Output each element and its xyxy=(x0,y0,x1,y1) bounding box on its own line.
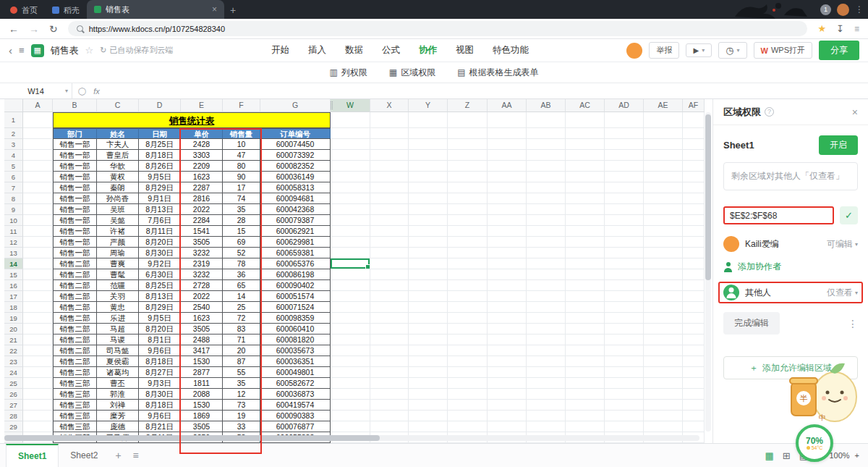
cell-G25[interactable]: 600582672 xyxy=(260,378,331,389)
row-header-14[interactable]: 14 xyxy=(4,258,23,269)
vertical-scrollbar[interactable] xyxy=(705,112,711,432)
cell-C23[interactable]: 夏侯霸 xyxy=(97,356,139,367)
present-button[interactable]: ▶▾ xyxy=(686,43,712,57)
cell[interactable] xyxy=(605,389,644,400)
cell[interactable] xyxy=(683,193,705,204)
cell[interactable] xyxy=(370,367,409,378)
sidebar-menu-icon[interactable]: ≡ xyxy=(854,24,859,34)
cell-E15[interactable]: 3232 xyxy=(181,269,223,280)
cell[interactable] xyxy=(331,367,370,378)
cell[interactable] xyxy=(409,269,448,280)
cell[interactable] xyxy=(527,215,566,226)
cell-G13[interactable]: 600659381 xyxy=(260,248,331,258)
cell[interactable] xyxy=(683,356,705,367)
cell[interactable] xyxy=(370,269,409,280)
cell[interactable] xyxy=(370,378,409,389)
header-cell-单价[interactable]: 单价 xyxy=(181,128,223,139)
cell-A15[interactable] xyxy=(23,269,53,280)
cell-G11[interactable]: 600062921 xyxy=(260,226,331,237)
cell-F16[interactable]: 65 xyxy=(223,280,260,291)
cell[interactable] xyxy=(370,400,409,411)
cell-D24[interactable]: 8月27日 xyxy=(139,367,181,378)
cell[interactable] xyxy=(683,128,705,139)
vscroll-thumb[interactable] xyxy=(705,114,711,280)
cell[interactable] xyxy=(566,237,605,248)
cell-D5[interactable]: 8月26日 xyxy=(139,161,181,172)
cell[interactable] xyxy=(566,356,605,367)
cell[interactable] xyxy=(409,389,448,400)
cell[interactable] xyxy=(409,112,448,128)
cell-D15[interactable]: 6月30日 xyxy=(139,269,181,280)
row-header-13[interactable]: 13 xyxy=(4,248,23,258)
cell-E18[interactable]: 2540 xyxy=(181,302,223,313)
cell[interactable] xyxy=(370,150,409,161)
row-header-18[interactable]: 18 xyxy=(4,302,23,313)
cell[interactable] xyxy=(448,128,488,139)
cell-G5[interactable]: 600082352 xyxy=(260,161,331,172)
column-header-X[interactable]: X xyxy=(370,99,409,112)
cell[interactable] xyxy=(644,269,683,280)
cell[interactable] xyxy=(331,204,370,215)
cell[interactable] xyxy=(331,356,370,367)
cell[interactable] xyxy=(605,269,644,280)
sheet-list-icon[interactable]: ≡ xyxy=(127,450,145,461)
cell[interactable] xyxy=(683,302,705,313)
cell[interactable] xyxy=(331,313,370,324)
cell[interactable] xyxy=(448,150,488,161)
cell[interactable] xyxy=(409,411,448,421)
cell[interactable] xyxy=(605,112,644,128)
cell-C8[interactable]: 孙尚香 xyxy=(97,193,139,204)
cell[interactable] xyxy=(644,150,683,161)
cell-E26[interactable]: 2088 xyxy=(181,389,223,400)
cell[interactable] xyxy=(605,215,644,226)
cell-E29[interactable]: 3505 xyxy=(181,421,223,432)
cell[interactable] xyxy=(488,226,527,237)
cell-F24[interactable]: 55 xyxy=(223,367,260,378)
cell-F5[interactable]: 80 xyxy=(223,161,260,172)
cell[interactable] xyxy=(370,345,409,356)
cell[interactable] xyxy=(605,378,644,389)
cell[interactable] xyxy=(409,193,448,204)
cell-G28[interactable]: 600090383 xyxy=(260,411,331,421)
confirm-range-icon[interactable]: ✓ xyxy=(840,206,858,224)
cell[interactable] xyxy=(644,226,683,237)
report-button[interactable]: 举报 xyxy=(649,42,679,59)
cell[interactable] xyxy=(605,302,644,313)
menu-数据[interactable]: 数据 xyxy=(345,44,363,56)
cell-C26[interactable]: 郭淮 xyxy=(97,389,139,400)
menu-协作[interactable]: 协作 xyxy=(419,44,437,56)
cell-B12[interactable]: 销售一部 xyxy=(53,237,97,248)
cell[interactable] xyxy=(605,204,644,215)
column-header-F[interactable]: F xyxy=(223,99,260,112)
cell[interactable] xyxy=(527,128,566,139)
cell[interactable] xyxy=(488,237,527,248)
cell[interactable] xyxy=(644,345,683,356)
row-header-28[interactable]: 28 xyxy=(4,411,23,421)
cell[interactable] xyxy=(683,421,705,432)
cell-E13[interactable]: 3232 xyxy=(181,248,223,258)
cell[interactable] xyxy=(683,215,705,226)
row-header-10[interactable]: 10 xyxy=(4,215,23,226)
cell-F25[interactable]: 35 xyxy=(223,378,260,389)
cell-B4[interactable]: 销售一部 xyxy=(53,150,97,161)
cell[interactable] xyxy=(644,215,683,226)
row-header-20[interactable]: 20 xyxy=(4,324,23,335)
cell[interactable] xyxy=(527,367,566,378)
cell[interactable] xyxy=(683,248,705,258)
cell[interactable] xyxy=(566,150,605,161)
cell-C22[interactable]: 司马懿 xyxy=(97,345,139,356)
cell[interactable] xyxy=(527,411,566,421)
cell[interactable] xyxy=(331,324,370,335)
cell-C18[interactable]: 黄忠 xyxy=(97,302,139,313)
row-header-11[interactable]: 11 xyxy=(4,226,23,237)
cell-B14[interactable]: 销售二部 xyxy=(53,258,97,269)
cell[interactable] xyxy=(683,400,705,411)
cell-A10[interactable] xyxy=(23,215,53,226)
cell[interactable] xyxy=(527,182,566,193)
info-icon[interactable]: ? xyxy=(765,107,774,117)
cell[interactable] xyxy=(566,258,605,269)
cell[interactable] xyxy=(566,280,605,291)
cell-E23[interactable]: 1530 xyxy=(181,356,223,367)
cell-C3[interactable]: 卞夫人 xyxy=(97,139,139,150)
cell[interactable] xyxy=(683,150,705,161)
